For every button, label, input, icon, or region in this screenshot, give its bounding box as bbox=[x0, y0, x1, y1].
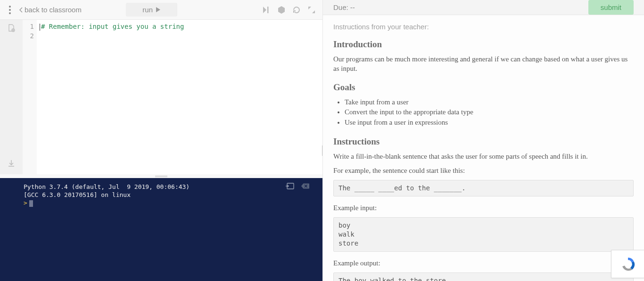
code-content[interactable]: # Remember: input gives you a string bbox=[37, 20, 322, 174]
paragraph: Our programs can be much more interestin… bbox=[333, 54, 634, 74]
code-example-input: boy walk store bbox=[333, 217, 634, 252]
terminal-clear-icon[interactable] bbox=[301, 183, 309, 189]
paragraph: Write a fill-in-the-blank sentence that … bbox=[333, 152, 634, 161]
instructions-pane: Due: -- submit Instructions from your te… bbox=[322, 0, 644, 281]
due-label: Due: -- bbox=[333, 3, 355, 11]
list-item: Take input from a user bbox=[345, 97, 634, 108]
line-number: 1 bbox=[23, 22, 34, 31]
paragraph: For example, the sentence could start li… bbox=[333, 166, 634, 175]
list-item: Convert the input to the appropriate dat… bbox=[345, 107, 634, 118]
left-pane: back to classroom run 1 2 bbox=[0, 0, 322, 281]
download-icon[interactable] bbox=[7, 159, 16, 168]
terminal-output: Python 3.7.4 (default, Jul 9 2019, 00:06… bbox=[24, 183, 299, 207]
editor-area: 1 2 # Remember: input gives you a string bbox=[0, 20, 322, 174]
submit-label: submit bbox=[601, 3, 621, 11]
assignment-header: Due: -- submit bbox=[323, 0, 644, 15]
heading-goals: Goals bbox=[333, 82, 634, 93]
line-numbers: 1 2 bbox=[23, 20, 37, 174]
goals-list: Take input from a user Convert the input… bbox=[345, 97, 634, 128]
horizontal-resize-handle[interactable] bbox=[0, 174, 322, 178]
instructions-from-label: Instructions from your teacher: bbox=[333, 23, 634, 31]
recaptcha-badge[interactable] bbox=[611, 250, 644, 278]
run-label: run bbox=[142, 6, 153, 14]
vertical-resize-handle[interactable] bbox=[321, 145, 323, 156]
heading-introduction: Introduction bbox=[333, 39, 634, 50]
terminal-prompt: > bbox=[24, 199, 27, 206]
submit-button[interactable]: submit bbox=[588, 0, 634, 15]
back-label: back to classroom bbox=[25, 6, 82, 14]
menu-icon[interactable] bbox=[5, 5, 15, 15]
svg-rect-0 bbox=[267, 7, 269, 13]
code-line: # Remember: input gives you a string bbox=[41, 23, 184, 30]
terminal[interactable]: Python 3.7.4 (default, Jul 9 2019, 00:06… bbox=[0, 178, 322, 281]
paragraph: Example input: bbox=[333, 203, 634, 213]
expand-icon[interactable] bbox=[307, 6, 316, 14]
terminal-input-icon[interactable] bbox=[286, 183, 294, 189]
file-add-icon[interactable] bbox=[7, 24, 16, 32]
code-editor[interactable]: 1 2 # Remember: input gives you a string bbox=[23, 20, 322, 174]
code-example-output: The boy walked to the store. bbox=[333, 272, 634, 281]
instructions-content: Instructions from your teacher: Introduc… bbox=[323, 15, 644, 281]
file-gutter bbox=[0, 20, 23, 174]
paragraph: Example output: bbox=[333, 258, 634, 268]
line-number: 2 bbox=[23, 31, 34, 41]
back-to-classroom-link[interactable]: back to classroom bbox=[19, 6, 82, 14]
step-icon[interactable] bbox=[262, 6, 271, 14]
cube-icon[interactable] bbox=[277, 6, 286, 14]
editor-toolbar: back to classroom run bbox=[0, 0, 322, 20]
code-example-template: The _____ ____ed to the _______. bbox=[333, 180, 634, 196]
run-button[interactable]: run bbox=[126, 3, 177, 17]
list-item: Use input from a user in expressions bbox=[345, 118, 634, 128]
refresh-icon[interactable] bbox=[292, 6, 301, 14]
heading-instructions: Instructions bbox=[333, 136, 634, 147]
